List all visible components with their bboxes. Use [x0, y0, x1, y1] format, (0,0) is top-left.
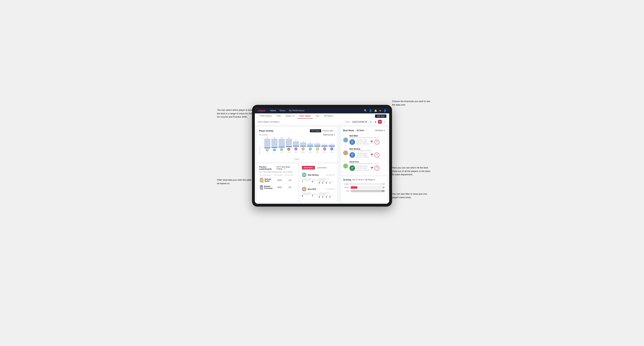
practice-activities-row-1: GTT 0 APP 0: [319, 181, 333, 184]
scoring-birdies-val: 96: [382, 187, 384, 188]
nav-home[interactable]: Home: [270, 109, 276, 112]
time-select[interactable]: Last 3 months Last month Last 6 months L…: [352, 121, 368, 123]
lb-player-2: EC 2 Edward Crossman: [260, 185, 274, 190]
lb-col-name: PLAYER NAME: [260, 174, 274, 176]
scoring-filter-players[interactable]: All Players ▾: [365, 179, 375, 181]
bar-val-jc: 9: [288, 137, 289, 138]
bell-icon[interactable]: 🔔: [374, 109, 377, 112]
bar-val-df: 10: [281, 137, 282, 138]
annotation-timescale: Choose the timescale you wish to see the…: [392, 100, 430, 106]
card-view-icon[interactable]: ♥: [378, 120, 382, 124]
shot-location-2: 23 Jul 2023 · Ashridge GC, Hole 15: [350, 150, 383, 152]
bar-jc: 9 JC J. Coles: [286, 137, 292, 153]
bar-ab: 12 AB A. Britt: [272, 137, 278, 153]
list-view-icon[interactable]: ▦: [374, 120, 377, 124]
users-icon[interactable]: 👤: [369, 109, 372, 112]
y-axis: 15 10 5 0: [259, 137, 264, 153]
scoring-birdies-label: Birdies: [343, 187, 349, 188]
practice-drills-toggle[interactable]: Practice Drills: [321, 129, 334, 132]
shot-row-2: Blair McHarg 23 Jul 2023 · Ashridge GC, …: [343, 147, 385, 160]
team-header: Team Clippd | 14 Players ✏ Show: Last 3 …: [255, 119, 389, 125]
bar-fill-rb: [307, 144, 313, 147]
tab-hcaps[interactable]: Hcaps 1-5: [284, 113, 296, 119]
tab-pgat-players[interactable]: PGAT Players: [258, 113, 274, 119]
practice-header-1: Practice: [312, 179, 318, 181]
most-active-tab[interactable]: Most Active: [302, 166, 315, 170]
bar-fill-jc: [286, 139, 292, 147]
nav-my-performance[interactable]: My Performance: [289, 109, 304, 112]
tournament-val-1: 7: [302, 181, 310, 183]
scoring-filter-players-label: All Players: [365, 179, 374, 181]
grid-view-icon[interactable]: ⊞: [369, 120, 373, 124]
nav-teams[interactable]: Teams: [279, 109, 286, 112]
all-players-chevron: ▾: [384, 130, 385, 131]
tournament-val-2: 8: [302, 195, 310, 197]
lb-avatar-1: RB 1: [260, 178, 264, 183]
shot-yds-val-1: 67: [371, 140, 373, 143]
shot-chevron-1[interactable]: ›: [384, 139, 385, 141]
total-rounds-header-2: Total Rounds: [302, 192, 318, 194]
bar-val-bm: 13: [267, 137, 268, 138]
total-rounds-dropdown[interactable]: Total Rounds ▾: [323, 134, 335, 136]
plus-circle-icon[interactable]: ⊕: [379, 109, 381, 112]
best-shots-header: Best Shots All Shots ▾ All Players ▾: [343, 129, 385, 132]
tab-pga[interactable]: PGA: [274, 113, 283, 119]
shot-yds-label-3: yds: [371, 169, 373, 170]
x-label-df: D. Ford: [280, 151, 283, 153]
tab-team-clippd[interactable]: Team Clippd: [297, 113, 313, 119]
shot-detail-2: Shot Dist: 43 ydsStart Lie: RoughEnd Lie…: [356, 152, 369, 158]
bar-val-ob: 4: [303, 141, 304, 142]
bar-val-rb: 3: [310, 142, 310, 143]
on-course-toggle[interactable]: On Course: [310, 129, 321, 132]
bar-fill-lr: [329, 145, 335, 147]
bottom-row: Practice Leaderboards PUTT Must Make Put…: [257, 164, 337, 202]
shot-info-1: Matt Miller 09 Jun 2023 · Royal North De…: [350, 135, 383, 145]
leaderboard-dropdown[interactable]: PUTT Must Make Putting ... ▾: [276, 166, 296, 170]
leaderboard-dropdown-label: PUTT Must Make Putting ...: [276, 166, 290, 170]
bar-fill-df: [278, 139, 285, 148]
tab-all-players[interactable]: All Players: [322, 113, 336, 119]
shot-yds-3: 16 yds: [371, 166, 373, 170]
tab-tour[interactable]: Tour: [314, 113, 321, 119]
bar-fill-ec: [322, 145, 328, 147]
edit-icon[interactable]: ✏: [279, 121, 280, 123]
tournament-header-1: Tournament: [302, 179, 310, 181]
lb-avg-2: 107: [285, 186, 295, 188]
scoring-birdies-fill: [351, 186, 357, 189]
arg-header-2: ARG: [326, 195, 328, 196]
search-icon[interactable]: 🔍: [364, 109, 367, 112]
account-icon[interactable]: 👤: [384, 109, 386, 112]
activity-row-1-header: BM Blair McHarg 26 Aug 2023: [302, 173, 335, 177]
activity-date-1: 26 Aug 2023: [326, 174, 335, 176]
scoring-filter-par[interactable]: Par 3, 4 & 5s ▾: [352, 179, 364, 181]
team-header-right: Show: Last 3 months Last month Last 6 mo…: [345, 120, 386, 124]
shot-badge-1: 200SG: [350, 139, 355, 145]
putt-header-2: PUTT: [330, 195, 333, 196]
bar-rb: 3 RB R. Butler: [307, 137, 313, 153]
activity-name-2: Rees Britt: [308, 188, 316, 190]
app-val-2: 0: [322, 196, 325, 198]
most-active-card: Most Active Least Active BM Blair McHarg…: [300, 164, 337, 202]
detail-view-icon[interactable]: ≡: [382, 120, 386, 124]
annotation-filter: Filter what data you wish the table to b…: [217, 178, 256, 185]
add-team-button[interactable]: Add Team: [375, 114, 386, 118]
all-players-button[interactable]: All Players ▾: [375, 130, 385, 131]
lb-avatar-2: EC 2: [260, 185, 263, 190]
shot-player-2: Blair McHarg: [350, 148, 383, 150]
total-rounds-row-2: Tournament 8 Practice 4: [302, 194, 318, 197]
x-label-mm: M. Miller: [316, 151, 319, 153]
app-val-1: 0: [322, 182, 325, 184]
shot-details-2: 200SG Shot Dist: 43 ydsStart Lie: RoughE…: [350, 152, 383, 158]
total-rounds-row-1: Tournament 7 Practice 6: [302, 179, 318, 183]
dropdown-chevron: ▾: [334, 134, 335, 136]
shot-chevron-3[interactable]: ›: [384, 165, 385, 167]
chart-header: On Course Total Rounds ▾: [259, 134, 335, 136]
least-active-tab[interactable]: Least Active: [315, 166, 329, 170]
arg-val-2: 0: [326, 196, 328, 198]
shot-chevron-2[interactable]: ›: [384, 152, 385, 154]
all-shots-tab[interactable]: All Shots: [356, 129, 365, 132]
shot-zero-val-3: 0: [376, 167, 378, 169]
bar-chart-wrapper: Total Rounds 15 10 5 0 13: [259, 137, 335, 160]
scoring-title: Scoring: [343, 178, 351, 181]
x-label-ab: A. Britt: [273, 151, 276, 153]
